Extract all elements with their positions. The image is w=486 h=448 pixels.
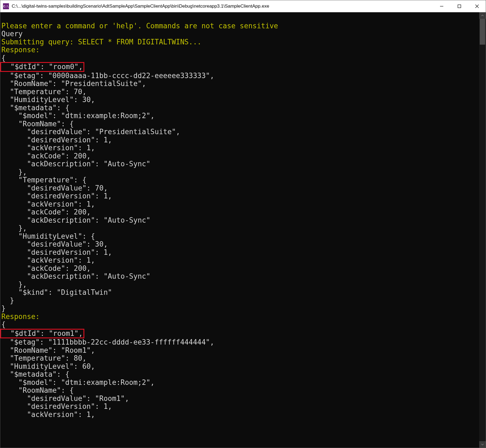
term-line: "ackDescription": "Auto-Sync" (1, 216, 150, 224)
chevron-up-icon (481, 14, 484, 17)
term-line: "ackCode": 200, (1, 152, 91, 160)
term-line: "$etag": "1111bbbb-22cc-dddd-ee33-ffffff… (1, 338, 214, 346)
term-line: "ackVersion": 1, (1, 410, 95, 419)
minimize-icon (440, 4, 444, 8)
highlight-dtid-room0: "$dtId": "room0", (0, 62, 84, 72)
term-line: "$metadata": { (1, 370, 69, 378)
term-line: "$metadata": { (1, 104, 69, 112)
term-line: "desiredVersion": 1, (1, 136, 112, 144)
term-line: "desiredValue": "PresidentialSuite", (1, 128, 180, 136)
minimize-button[interactable] (433, 0, 450, 12)
term-line: "$model": "dtmi:example:Room;2", (1, 378, 155, 386)
term-line: "ackDescription": "Auto-Sync" (1, 272, 150, 280)
close-button[interactable] (468, 0, 486, 12)
term-line: "ackCode": 200, (1, 208, 91, 216)
app-icon: C:\ (3, 3, 9, 9)
chevron-down-icon (481, 443, 484, 446)
window-controls (433, 0, 486, 12)
term-line: }, (1, 224, 27, 232)
term-line: "Temperature": { (1, 176, 86, 184)
app-window: C:\ C:\...\digital-twins-samples\buildin… (0, 0, 486, 448)
titlebar[interactable]: C:\ C:\...\digital-twins-samples\buildin… (0, 0, 486, 12)
term-line: }, (1, 168, 27, 176)
term-line: Response: (1, 46, 40, 54)
term-line: Submitting query: SELECT * FROM DIGITALT… (1, 38, 202, 46)
term-line: "desiredValue": 70, (1, 184, 108, 192)
term-line: { (1, 320, 6, 329)
term-line: "ackCode": 200, (1, 264, 91, 272)
vertical-scrollbar[interactable] (479, 12, 486, 448)
term-line: "RoomName": "Room1", (1, 346, 95, 354)
term-line: "$model": "dtmi:example:Room;2", (1, 112, 155, 120)
window-title: C:\...\digital-twins-samples\buildingSce… (12, 4, 433, 9)
term-line: "RoomName": "PresidentialSuite", (1, 79, 146, 88)
term-line: "desiredVersion": 1, (1, 192, 112, 200)
highlight-dtid-room1: "$dtId": "room1", (0, 329, 84, 339)
term-line: } (1, 296, 14, 305)
term-line: "RoomName": { (1, 386, 74, 394)
term-line: "ackVersion": 1, (1, 200, 95, 208)
scroll-up-button[interactable] (479, 12, 486, 19)
term-line: Response: (1, 312, 40, 321)
term-line: { (1, 54, 6, 62)
term-line: Please enter a command or 'help'. Comman… (1, 22, 278, 30)
term-line: "$kind": "DigitalTwin" (1, 288, 112, 296)
term-line: } (1, 304, 6, 312)
scroll-down-button[interactable] (479, 441, 486, 448)
close-icon (475, 4, 479, 8)
terminal-output[interactable]: Please enter a command or 'help'. Comman… (0, 12, 479, 448)
term-line: "HumidityLevel": 30, (1, 96, 95, 104)
svg-rect-1 (458, 5, 461, 8)
term-line: "HumidityLevel": 60, (1, 362, 95, 370)
maximize-button[interactable] (450, 0, 468, 12)
term-line: "desiredVersion": 1, (1, 402, 112, 410)
terminal-area: Please enter a command or 'help'. Comman… (0, 12, 486, 448)
term-line: "Temperature": 70, (1, 88, 86, 96)
scrollbar-thumb[interactable] (480, 19, 485, 45)
term-line: "Temperature": 80, (1, 354, 86, 362)
term-line: "desiredValue": 30, (1, 240, 108, 248)
term-line: "ackDescription": "Auto-Sync" (1, 160, 150, 168)
term-line: "desiredVersion": 1, (1, 248, 112, 256)
term-line: "$dtId": "room1", (1, 329, 84, 337)
term-line: "HumidityLevel": { (1, 232, 95, 240)
term-line: "$dtId": "room0", (1, 63, 84, 71)
term-line: "ackVersion": 1, (1, 256, 95, 264)
term-line: "RoomName": { (1, 120, 74, 128)
term-line: Query (1, 30, 23, 38)
term-line: "$etag": "0000aaaa-11bb-cccc-dd22-eeeeee… (1, 72, 214, 80)
scrollbar-track[interactable] (479, 19, 486, 441)
term-line: "ackVersion": 1, (1, 144, 95, 152)
term-line: }, (1, 280, 27, 289)
maximize-icon (457, 4, 461, 8)
term-line: "desiredValue": "Room1", (1, 394, 129, 403)
